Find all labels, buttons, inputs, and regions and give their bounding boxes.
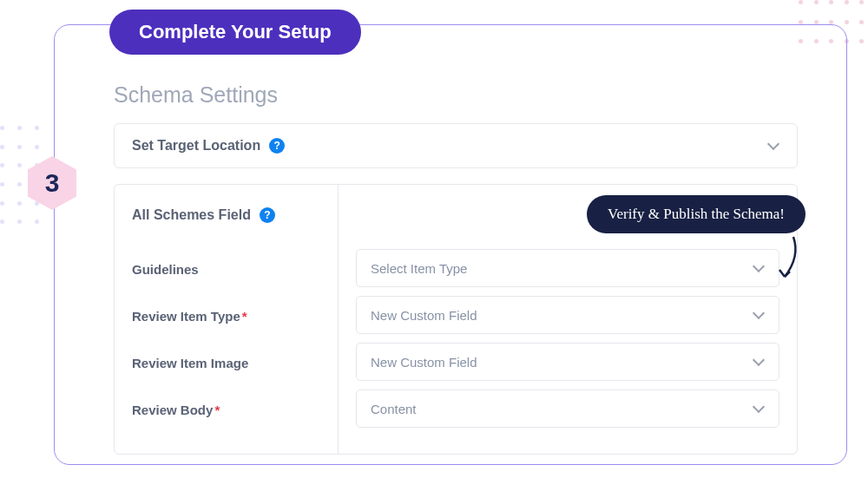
fields-right-column: Verify & Publish the Schema! Select Item… xyxy=(339,185,797,454)
target-location-label: Set Target Location xyxy=(132,138,260,154)
select-review-item-image[interactable]: New Custom Field xyxy=(356,343,779,381)
chevron-down-icon xyxy=(753,262,765,274)
select-value: Content xyxy=(371,402,417,416)
all-schemes-field-heading: All Schemes Field xyxy=(132,207,251,223)
chevron-down-icon xyxy=(767,140,779,152)
select-value: New Custom Field xyxy=(371,308,477,323)
fields-left-column: All Schemes Field ? Guidelines Review It… xyxy=(115,185,339,454)
main-container: Schema Settings Set Target Location ? Al… xyxy=(54,24,847,465)
help-icon[interactable]: ? xyxy=(260,207,275,223)
set-target-location-row[interactable]: Set Target Location ? xyxy=(114,123,798,168)
chevron-down-icon xyxy=(753,356,765,368)
select-review-body[interactable]: Content xyxy=(356,390,779,428)
field-label-guidelines: Guidelines xyxy=(132,246,320,292)
select-guidelines[interactable]: Select Item Type xyxy=(356,249,779,287)
chevron-down-icon xyxy=(753,403,765,415)
setup-header-pill: Complete Your Setup xyxy=(109,10,361,55)
help-icon[interactable]: ? xyxy=(269,138,285,154)
callout-arrow-icon xyxy=(776,235,802,283)
fields-card: All Schemes Field ? Guidelines Review It… xyxy=(114,184,798,455)
field-label-review-item-type: Review Item Type* xyxy=(132,292,320,339)
callout-bubble: Verify & Publish the Schema! xyxy=(587,195,806,233)
select-review-item-type[interactable]: New Custom Field xyxy=(356,296,779,334)
field-label-review-item-image: Review Item Image xyxy=(132,339,320,386)
select-value: New Custom Field xyxy=(371,355,477,370)
section-title: Schema Settings xyxy=(114,82,798,108)
select-value: Select Item Type xyxy=(371,261,467,276)
field-label-review-body: Review Body* xyxy=(132,386,320,433)
chevron-down-icon xyxy=(753,309,765,321)
